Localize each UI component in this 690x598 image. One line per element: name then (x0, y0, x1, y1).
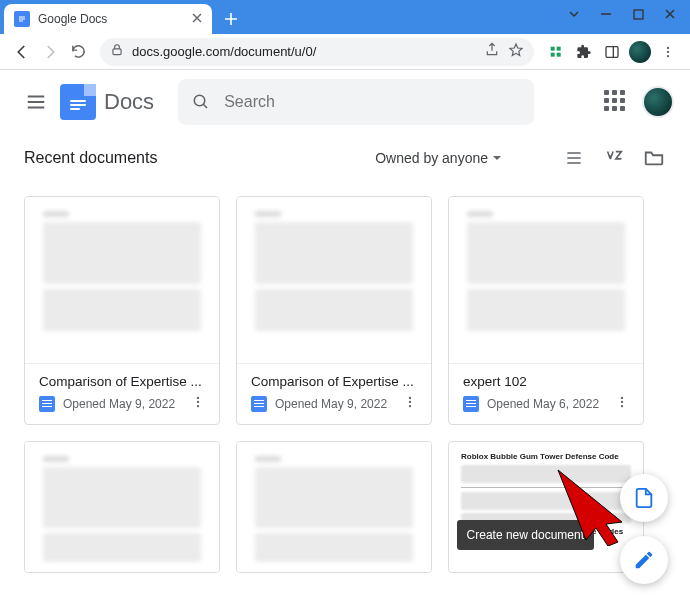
url-text: docs.google.com/document/u/0/ (132, 44, 476, 59)
search-box[interactable] (178, 79, 534, 125)
star-icon[interactable] (508, 42, 524, 61)
doc-title: expert 102 (463, 374, 629, 389)
minimize-icon[interactable] (590, 2, 622, 26)
menu-button[interactable] (16, 82, 56, 122)
pencil-icon (633, 549, 655, 571)
svg-point-13 (197, 397, 199, 399)
svg-rect-4 (557, 46, 561, 50)
section-row: Recent documents Owned by anyone (0, 138, 690, 178)
doc-thumbnail (449, 197, 643, 363)
doc-type-icon (463, 396, 479, 412)
svg-point-9 (667, 50, 669, 52)
doc-more-icon[interactable] (615, 395, 629, 412)
svg-rect-7 (606, 46, 618, 57)
doc-card[interactable]: Roblox Bubble Gum Tower Defense Code Rob… (448, 441, 644, 573)
window-close-icon[interactable] (654, 2, 686, 26)
doc-title: Comparison of Expertise ... (39, 374, 205, 389)
folder-button[interactable] (642, 146, 666, 170)
list-view-button[interactable] (562, 146, 586, 170)
docs-favicon-icon (14, 11, 30, 27)
maximize-icon[interactable] (622, 2, 654, 26)
doc-card[interactable] (236, 441, 432, 573)
doc-grid: Comparison of Expertise ... Opened May 9… (0, 178, 690, 573)
section-title: Recent documents (24, 149, 157, 167)
caret-down-icon[interactable] (558, 2, 590, 26)
doc-card[interactable] (24, 441, 220, 573)
doc-thumbnail (237, 197, 431, 363)
back-button[interactable] (8, 38, 36, 66)
svg-point-19 (621, 397, 623, 399)
svg-rect-1 (634, 10, 643, 19)
app-name: Docs (104, 89, 154, 115)
svg-point-17 (409, 401, 411, 403)
browser-toolbar: docs.google.com/document/u/0/ (0, 34, 690, 70)
doc-type-icon (39, 396, 55, 412)
forward-button[interactable] (36, 38, 64, 66)
doc-card[interactable]: Comparison of Expertise ... Opened May 9… (24, 196, 220, 425)
profile-avatar[interactable] (626, 38, 654, 66)
svg-point-21 (621, 405, 623, 407)
puzzle-icon[interactable] (570, 38, 598, 66)
svg-point-10 (667, 54, 669, 56)
caret-down-icon (492, 153, 502, 163)
kebab-icon[interactable] (654, 38, 682, 66)
svg-point-16 (409, 397, 411, 399)
thumb-heading: Roblox Bubble Gum Tower Defense Code (461, 452, 631, 462)
svg-point-18 (409, 405, 411, 407)
template-icon (633, 487, 655, 509)
doc-more-icon[interactable] (403, 395, 417, 412)
owned-by-label: Owned by anyone (375, 150, 488, 166)
doc-type-icon (251, 396, 267, 412)
fab-tooltip: Create new document (457, 520, 594, 550)
svg-point-11 (194, 95, 205, 106)
doc-card[interactable]: Comparison of Expertise ... Opened May 9… (236, 196, 432, 425)
docs-logo-icon (60, 84, 96, 120)
svg-rect-2 (113, 49, 121, 55)
close-icon[interactable] (192, 12, 202, 26)
owned-by-filter[interactable]: Owned by anyone (375, 150, 502, 166)
svg-point-15 (197, 405, 199, 407)
app-header: Docs (0, 70, 690, 134)
doc-thumbnail (237, 442, 431, 572)
extension-icon[interactable] (542, 38, 570, 66)
doc-opened: Opened May 9, 2022 (275, 397, 387, 411)
new-tab-button[interactable] (218, 6, 244, 32)
fab-stack: Create new document (620, 474, 668, 584)
browser-titlebar: Google Docs (0, 0, 690, 34)
svg-rect-6 (557, 52, 561, 56)
account-avatar[interactable] (642, 86, 674, 118)
svg-rect-3 (551, 46, 555, 50)
template-fab[interactable] (620, 474, 668, 522)
doc-thumbnail (25, 197, 219, 363)
doc-thumbnail (25, 442, 219, 572)
search-input[interactable] (224, 93, 520, 111)
sidepanel-icon[interactable] (598, 38, 626, 66)
lock-icon (110, 43, 124, 60)
tab-title: Google Docs (38, 12, 107, 26)
doc-more-icon[interactable] (191, 395, 205, 412)
svg-point-20 (621, 401, 623, 403)
doc-card[interactable]: expert 102 Opened May 6, 2022 (448, 196, 644, 425)
svg-rect-5 (551, 52, 555, 56)
doc-opened: Opened May 6, 2022 (487, 397, 599, 411)
doc-title: Comparison of Expertise ... (251, 374, 417, 389)
svg-point-14 (197, 401, 199, 403)
share-icon[interactable] (484, 42, 500, 61)
sort-az-button[interactable] (602, 146, 626, 170)
browser-tab[interactable]: Google Docs (4, 4, 212, 34)
address-bar[interactable]: docs.google.com/document/u/0/ (100, 38, 534, 66)
svg-point-8 (667, 46, 669, 48)
reload-button[interactable] (64, 38, 92, 66)
apps-grid-icon[interactable] (604, 90, 628, 114)
search-icon (192, 92, 210, 112)
create-document-fab[interactable] (620, 536, 668, 584)
doc-opened: Opened May 9, 2022 (63, 397, 175, 411)
